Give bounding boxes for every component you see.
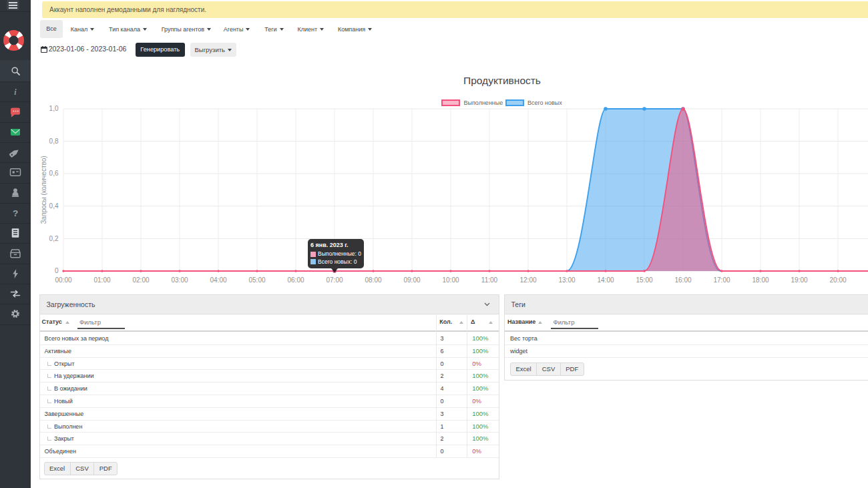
svg-text:04:00: 04:00 [210,276,226,284]
svg-text:Запросы (количество): Запросы (количество) [40,156,47,224]
svg-text:01:00: 01:00 [93,276,110,284]
svg-text:09:00: 09:00 [403,276,420,284]
svg-text:17:00: 17:00 [713,276,730,284]
svg-text:0,8: 0,8 [49,138,59,145]
svg-text:03:00: 03:00 [171,276,188,284]
svg-text:20:00: 20:00 [829,276,846,284]
svg-text:10:00: 10:00 [442,276,459,284]
svg-text:0,4: 0,4 [49,202,59,210]
svg-text:14:00: 14:00 [597,276,614,284]
svg-text:0,6: 0,6 [49,170,59,177]
svg-text:13:00: 13:00 [558,276,575,284]
svg-text:18:00: 18:00 [752,276,769,284]
svg-text:05:00: 05:00 [248,276,265,284]
svg-text:11:00: 11:00 [481,276,498,284]
svg-text:07:00: 07:00 [326,276,343,284]
svg-text:0,2: 0,2 [49,235,59,242]
svg-text:15:00: 15:00 [636,276,652,284]
svg-text:08:00: 08:00 [365,276,381,284]
svg-text:06:00: 06:00 [287,276,304,284]
svg-text:19:00: 19:00 [791,276,807,284]
svg-text:16:00: 16:00 [674,276,691,284]
svg-text:12:00: 12:00 [519,276,536,284]
svg-text:00:00: 00:00 [55,276,71,284]
svg-text:1,0: 1,0 [49,105,59,112]
svg-text:0: 0 [55,267,59,274]
svg-text:02:00: 02:00 [132,276,149,284]
